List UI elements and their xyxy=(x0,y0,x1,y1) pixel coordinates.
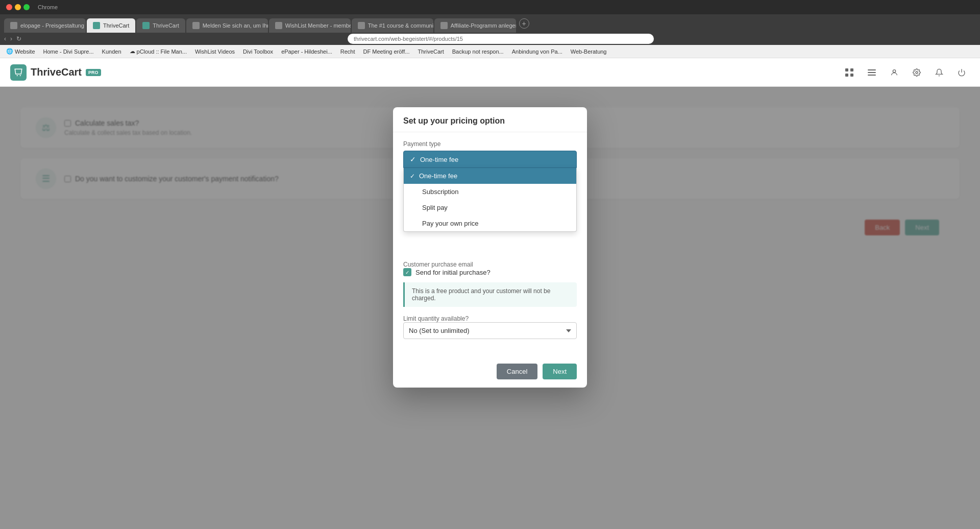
svg-rect-6 xyxy=(868,69,876,70)
tab-favicon xyxy=(142,22,150,29)
reload-icon[interactable]: ↻ xyxy=(16,35,21,42)
tab-favicon xyxy=(440,22,448,29)
tab-affiliate[interactable]: Affiliate-Programm anlegen xyxy=(434,18,516,33)
list-icon[interactable] xyxy=(864,64,880,81)
info-box: This is a free product and your customer… xyxy=(403,282,577,307)
bookmark-wishlist[interactable]: WishList Videos xyxy=(193,47,237,56)
header-actions xyxy=(841,64,970,81)
tab-wishlist[interactable]: WishList Member - member... xyxy=(269,18,351,33)
page-content: ThriveCart PRO xyxy=(0,58,980,529)
bookmark-thrivecart[interactable]: ThriveCart xyxy=(415,47,446,56)
svg-rect-4 xyxy=(845,74,848,77)
send-initial-label: Send for initial purchase? xyxy=(415,269,491,276)
bookmark-divi-toolbox[interactable]: Divi Toolbox xyxy=(241,47,275,56)
limit-quantity-section: Limit quantity available? No (Set to unl… xyxy=(403,314,577,339)
svg-rect-2 xyxy=(845,68,848,71)
tab-thrivecart-2[interactable]: ThriveCart xyxy=(136,18,185,33)
tab-elopage[interactable]: elopage - Preisgestaltung f... xyxy=(4,18,86,33)
bookmark-kunden[interactable]: Kunden xyxy=(100,47,124,56)
bookmark-web-beratung[interactable]: Web-Beratung xyxy=(569,47,609,56)
bookmarks-bar: 🌐 Website Home - Divi Supre... Kunden ☁ … xyxy=(0,45,980,58)
modal-body: Payment type ✓ One-time fee ✓ One-time f… xyxy=(393,132,587,357)
send-initial-checkbox[interactable]: ✓ xyxy=(403,268,411,276)
browser-tabs: elopage - Preisgestaltung f... ThriveCar… xyxy=(0,14,980,33)
modal-backdrop: Set up your pricing option Payment type … xyxy=(0,87,980,529)
bookmark-home-divi[interactable]: Home - Divi Supre... xyxy=(41,47,96,56)
forward-icon[interactable]: › xyxy=(10,35,12,42)
grid-icon[interactable] xyxy=(841,64,857,81)
app-logo: ThriveCart PRO xyxy=(10,64,101,81)
dropdown-selected-item[interactable]: ✓ One-time fee xyxy=(403,151,577,168)
send-initial-row: ✓ Send for initial purchase? xyxy=(403,268,577,276)
svg-rect-8 xyxy=(868,75,876,76)
svg-point-1 xyxy=(20,75,21,76)
bookmark-backup[interactable]: Backup not respon... xyxy=(450,47,506,56)
bookmark-anbindung[interactable]: Anbindung von Pa... xyxy=(510,47,565,56)
dropdown-item-subscription[interactable]: Subscription xyxy=(404,184,576,200)
minimize-button[interactable] xyxy=(15,4,21,10)
browser-chrome: Chrome elopage - Preisgestaltung f... Th… xyxy=(0,0,980,45)
check-icon: ✓ xyxy=(410,155,416,163)
logo-icon xyxy=(10,64,27,81)
bookmark-recht[interactable]: Recht xyxy=(338,47,357,56)
tab-favicon xyxy=(275,22,282,29)
maximize-button[interactable] xyxy=(23,4,30,10)
tab-favicon xyxy=(10,22,17,29)
new-tab-button[interactable]: + xyxy=(519,18,529,29)
pricing-option-modal: Set up your pricing option Payment type … xyxy=(393,107,587,388)
limit-quantity-select[interactable]: No (Set to unlimited)Yes xyxy=(403,322,577,339)
modal-title: Set up your pricing option xyxy=(403,116,577,126)
back-icon[interactable]: ‹ xyxy=(4,35,6,42)
dropdown-item-one-time[interactable]: ✓ One-time fee xyxy=(404,168,576,184)
tab-favicon xyxy=(93,22,100,29)
bell-icon[interactable] xyxy=(931,64,947,81)
payment-type-dropdown[interactable]: ✓ One-time fee ✓ One-time fee Subscripti… xyxy=(403,151,577,168)
dropdown-item-split-pay[interactable]: Split pay xyxy=(404,200,576,215)
bookmark-website[interactable]: 🌐 Website xyxy=(4,47,37,56)
bookmark-df-meeting[interactable]: DF Meeting eröff... xyxy=(361,47,412,56)
settings-icon[interactable] xyxy=(909,64,925,81)
svg-rect-7 xyxy=(868,72,876,73)
check-icon: ✓ xyxy=(410,173,415,180)
dropdown-item-pay-own[interactable]: Pay your own price xyxy=(404,215,576,231)
app-header: ThriveCart PRO xyxy=(0,58,980,87)
tab-thrivecart-1[interactable]: ThriveCart xyxy=(87,18,135,33)
tab-favicon xyxy=(192,22,200,29)
payment-type-label: Payment type xyxy=(403,140,577,148)
next-button[interactable]: Next xyxy=(543,364,577,379)
svg-point-9 xyxy=(893,69,895,72)
tab-melden[interactable]: Melden Sie sich an, um Ihre... xyxy=(186,18,268,33)
browser-top-bar: Chrome xyxy=(0,0,980,14)
cancel-button[interactable]: Cancel xyxy=(497,364,537,379)
modal-header: Set up your pricing option xyxy=(393,107,587,132)
dropdown-list: ✓ One-time fee Subscription Split pay xyxy=(403,168,577,232)
svg-point-0 xyxy=(17,75,18,76)
user-icon[interactable] xyxy=(886,64,902,81)
bookmark-epaper[interactable]: ePaper - Hildeshei... xyxy=(279,47,334,56)
svg-point-10 xyxy=(916,71,918,74)
power-icon[interactable] xyxy=(953,64,970,81)
browser-address-bar: ‹ › ↻ thrivecart.com/web-begeistert/#/pr… xyxy=(0,33,980,45)
modal-footer: Cancel Next xyxy=(393,357,587,388)
customer-email-label: Customer purchase email xyxy=(403,261,473,268)
bookmark-pcloud[interactable]: ☁ pCloud :: File Man... xyxy=(128,47,189,56)
browser-dots xyxy=(6,4,30,10)
tab-favicon xyxy=(358,22,365,29)
close-button[interactable] xyxy=(6,4,12,10)
browser-app-name: Chrome xyxy=(38,4,58,10)
tab-course[interactable]: The #1 course & community... xyxy=(352,18,433,33)
svg-rect-3 xyxy=(850,68,853,71)
svg-rect-5 xyxy=(850,74,853,77)
address-bar-input[interactable]: thrivecart.com/web-begeistert/#/products… xyxy=(348,34,654,44)
limit-quantity-label: Limit quantity available? xyxy=(403,315,469,322)
